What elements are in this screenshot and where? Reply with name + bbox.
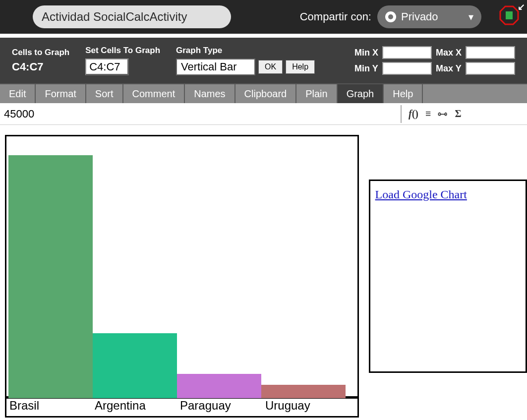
load-google-chart-link[interactable]: Load Google Chart bbox=[375, 188, 467, 201]
graph-type-select[interactable]: Vertical Bar bbox=[176, 59, 255, 75]
min-x-label: Min X bbox=[354, 48, 378, 58]
chevron-down-icon: ▾ bbox=[468, 11, 473, 23]
help-button[interactable]: Help bbox=[286, 60, 315, 74]
min-y-label: Min Y bbox=[354, 63, 378, 74]
tab-format[interactable]: Format bbox=[36, 84, 86, 103]
set-cells-input[interactable] bbox=[85, 59, 129, 75]
svg-rect-0 bbox=[506, 11, 513, 19]
formula-icons: f() ≡ ⧟ Σ bbox=[402, 108, 461, 120]
activity-title-text: Actividad SocialCalcActivity bbox=[42, 10, 187, 24]
chart-x-labels: BrasilArgentinaParaguayUruguay bbox=[6, 398, 357, 416]
privacy-dot-icon bbox=[385, 11, 396, 22]
tab-help[interactable]: Help bbox=[384, 84, 423, 103]
cells-to-graph-label: Cells to Graph bbox=[12, 48, 69, 58]
stop-activity-button[interactable]: ↙ bbox=[499, 5, 519, 29]
set-cells-group: Set Cells To Graph bbox=[85, 46, 160, 75]
formula-input[interactable] bbox=[0, 105, 402, 123]
tab-edit[interactable]: Edit bbox=[0, 84, 36, 103]
graph-type-value: Vertical Bar bbox=[181, 60, 237, 73]
set-cells-label: Set Cells To Graph bbox=[85, 46, 160, 56]
titlebar: Actividad SocialCalcActivity Compartir c… bbox=[0, 0, 527, 34]
graph-toolbar: Cells to Graph C4:C7 Set Cells To Graph … bbox=[0, 34, 527, 83]
content-area: BrasilArgentinaParaguayUruguay Load Goog… bbox=[0, 125, 527, 416]
max-x-input[interactable] bbox=[466, 46, 515, 59]
bar-argentina bbox=[93, 333, 177, 398]
graph-type-label: Graph Type bbox=[176, 46, 315, 56]
ok-button[interactable]: OK bbox=[258, 60, 283, 74]
min-y-input[interactable] bbox=[382, 62, 432, 75]
xlabel-paraguay: Paraguay bbox=[180, 399, 265, 416]
collapse-icon: ↙ bbox=[518, 1, 525, 12]
function-icon[interactable]: f() bbox=[409, 108, 418, 120]
max-x-label: Max X bbox=[436, 48, 462, 58]
stop-icon bbox=[499, 5, 519, 25]
tab-bar: EditFormatSortCommentNamesClipboardPlain… bbox=[0, 83, 527, 103]
chart-plot bbox=[6, 136, 357, 398]
graph-type-group: Graph Type Vertical Bar OK Help bbox=[176, 46, 315, 75]
tab-graph[interactable]: Graph bbox=[338, 84, 384, 103]
formula-bar: f() ≡ ⧟ Σ bbox=[0, 103, 527, 125]
share-label: Compartir con: bbox=[300, 10, 371, 23]
tab-comment[interactable]: Comment bbox=[123, 84, 185, 103]
xlabel-brasil: Brasil bbox=[9, 399, 95, 416]
cells-to-graph-group: Cells to Graph C4:C7 bbox=[12, 48, 69, 73]
share-value: Privado bbox=[401, 10, 438, 23]
share-select[interactable]: Privado ▾ bbox=[377, 5, 481, 28]
xlabel-argentina: Argentina bbox=[95, 399, 180, 416]
chart-box: BrasilArgentinaParaguayUruguay bbox=[5, 135, 359, 418]
tab-clipboard[interactable]: Clipboard bbox=[235, 84, 297, 103]
tab-names[interactable]: Names bbox=[185, 84, 235, 103]
axis-limits-group: Min X Max X Min Y Max Y bbox=[354, 46, 515, 75]
tab-sort[interactable]: Sort bbox=[86, 84, 123, 103]
cells-to-graph-value: C4:C7 bbox=[12, 60, 69, 73]
sum-icon[interactable]: Σ bbox=[455, 108, 461, 120]
bar-paraguay bbox=[177, 374, 261, 398]
bar-uruguay bbox=[261, 385, 346, 398]
link-icon[interactable]: ⧟ bbox=[438, 108, 448, 120]
min-x-input[interactable] bbox=[382, 46, 432, 59]
side-panel: Load Google Chart bbox=[369, 180, 527, 373]
max-y-label: Max Y bbox=[436, 63, 462, 74]
xlabel-uruguay: Uruguay bbox=[265, 399, 351, 416]
tab-plain[interactable]: Plain bbox=[296, 84, 337, 103]
max-y-input[interactable] bbox=[466, 62, 515, 75]
activity-title-input[interactable]: Actividad SocialCalcActivity bbox=[33, 5, 231, 28]
bar-brasil bbox=[8, 155, 93, 398]
share-group: Compartir con: Privado ▾ bbox=[300, 5, 481, 28]
align-icon[interactable]: ≡ bbox=[425, 108, 431, 120]
